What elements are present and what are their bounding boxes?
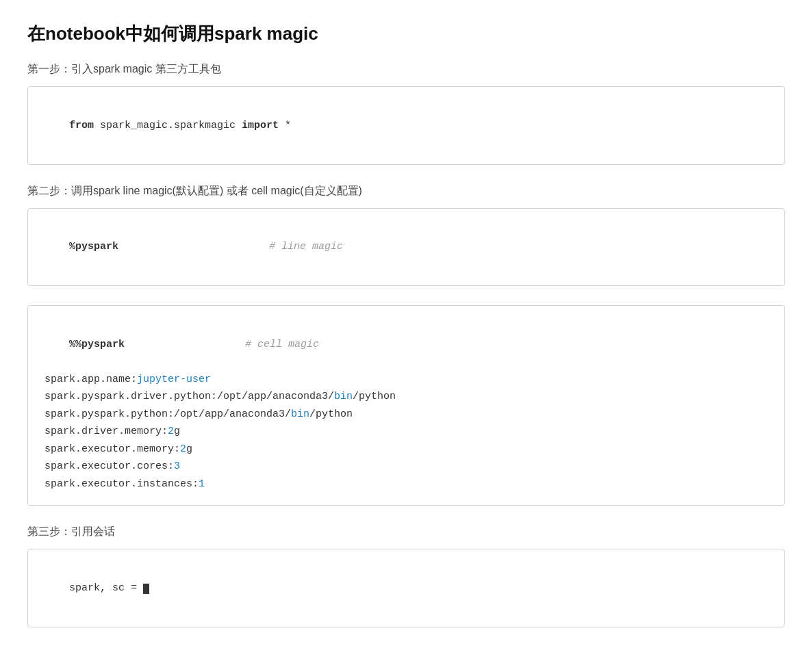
module-name: spark_magic.sparkmagic xyxy=(94,120,242,131)
cell-magic-code-block: %%pyspark# cell magic spark.app.name:jup… xyxy=(27,305,785,506)
cell-magic-comment: # cell magic xyxy=(245,339,319,350)
wildcard: * xyxy=(279,120,291,131)
config-executor-cores: spark.executor.cores:3 xyxy=(45,458,767,476)
config-driver-python: spark.pyspark.driver.python:/opt/app/ana… xyxy=(45,388,767,406)
keyword-from: from xyxy=(69,120,94,131)
step1-code-line: from spark_magic.sparkmagic import * xyxy=(45,99,767,152)
line-magic-comment: # line magic xyxy=(269,241,343,252)
config-driver-memory: spark.driver.memory:2g xyxy=(45,423,767,441)
step3-label: 第三步：引用会话 xyxy=(27,525,785,539)
keyword-import: import xyxy=(242,120,279,131)
step1-code-block: from spark_magic.sparkmagic import * xyxy=(27,86,785,165)
page-title: 在notebook中如何调用spark magic xyxy=(27,22,785,46)
config-pyspark-python: spark.pyspark.python:/opt/app/anaconda3/… xyxy=(45,406,767,424)
cell-magic-command-line: %%pyspark# cell magic xyxy=(45,318,767,371)
line-magic-line: %pyspark# line magic xyxy=(45,221,767,274)
cursor xyxy=(143,584,149,594)
step3-code-block: spark, sc = xyxy=(27,549,785,627)
step1-label: 第一步：引入spark magic 第三方工具包 xyxy=(27,62,785,77)
cell-magic-command: %%pyspark xyxy=(69,339,125,350)
step3-code-line: spark, sc = xyxy=(45,562,767,614)
config-executor-memory: spark.executor.memory:2g xyxy=(45,441,767,458)
step2-label: 第二步：调用spark line magic(默认配置) 或者 cell mag… xyxy=(27,184,785,198)
line-magic-code-block: %pyspark# line magic xyxy=(27,208,785,287)
config-executor-instances: spark.executor.instances:1 xyxy=(45,476,767,493)
step3-code-text: spark, sc = xyxy=(69,582,143,594)
config-app-name: spark.app.name:jupyter-user xyxy=(45,371,767,389)
line-magic-command: %pyspark xyxy=(69,241,118,252)
